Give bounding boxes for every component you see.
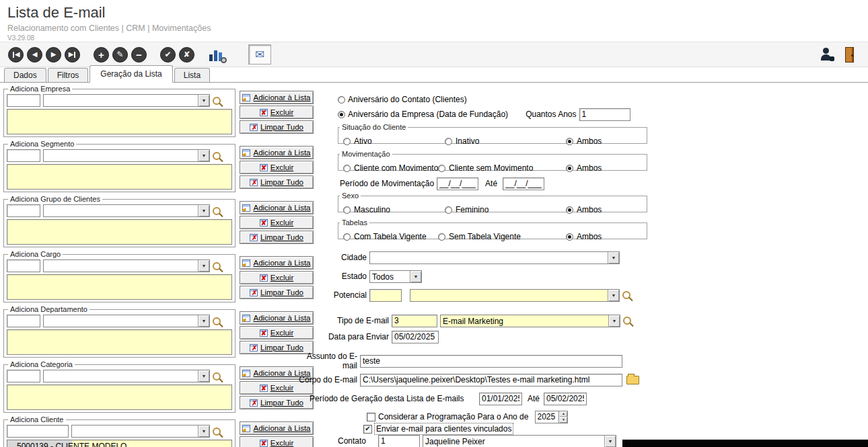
grupo-code-input[interactable] bbox=[7, 204, 40, 217]
radio-icon[interactable] bbox=[338, 96, 345, 104]
first-record-button[interactable]: ◀ bbox=[8, 47, 24, 63]
ano-spinner[interactable]: ▲ ▼ bbox=[535, 411, 568, 423]
periodo-mov-ate-input[interactable] bbox=[503, 177, 544, 190]
search-icon[interactable] bbox=[623, 317, 631, 325]
tabelas-com-option[interactable]: Com Tabela Vigente bbox=[343, 232, 427, 241]
cidade-combo[interactable]: ▼ bbox=[369, 251, 620, 264]
radio-icon[interactable] bbox=[445, 206, 452, 214]
radio-icon[interactable] bbox=[343, 233, 351, 241]
segmento-code-input[interactable] bbox=[7, 149, 40, 162]
chevron-down-icon[interactable]: ▼ bbox=[198, 370, 209, 382]
sexo-masculino-option[interactable]: Masculino bbox=[343, 205, 390, 214]
cliente-listbox[interactable]: 5000139 - CLIENTE MODELO bbox=[7, 440, 232, 447]
chevron-down-icon[interactable]: ▼ bbox=[198, 95, 209, 106]
contato-code-input[interactable] bbox=[378, 435, 420, 447]
segmento-listbox[interactable] bbox=[7, 164, 232, 190]
chevron-down-icon[interactable]: ▼ bbox=[410, 271, 421, 282]
send-email-button[interactable]: ✉ bbox=[248, 44, 271, 65]
situacao-ambos-option[interactable]: Ambos bbox=[566, 136, 602, 146]
corpo-input[interactable] bbox=[360, 374, 622, 387]
empresa-code-input[interactable] bbox=[7, 94, 40, 107]
segmento-combo[interactable]: ▼ bbox=[43, 149, 210, 162]
user-permissions-icon[interactable] bbox=[820, 48, 834, 61]
search-icon[interactable] bbox=[213, 97, 221, 105]
grupo-listbox[interactable] bbox=[7, 219, 232, 245]
chevron-down-icon[interactable]: ▼ bbox=[608, 252, 619, 263]
mov-sem-option[interactable]: Cliente sem Movimento bbox=[438, 163, 533, 173]
tabelas-sem-option[interactable]: Sem Tabela Vigente bbox=[438, 232, 521, 241]
chevron-down-icon[interactable]: ▼ bbox=[608, 290, 619, 301]
chevron-down-icon[interactable]: ▼ bbox=[198, 150, 209, 161]
radio-icon[interactable] bbox=[438, 165, 445, 172]
radio-icon[interactable] bbox=[566, 165, 573, 172]
tab-filtros[interactable]: Filtros bbox=[48, 68, 89, 82]
categoria-listbox[interactable] bbox=[7, 384, 232, 410]
tipo-email-combo[interactable]: E-mail Marketing ▼ bbox=[440, 315, 620, 327]
tab-geracao-da-lista[interactable]: Geração da Lista bbox=[89, 65, 172, 83]
spin-up-icon[interactable]: ▲ bbox=[559, 411, 567, 417]
contato-combo[interactable]: Jaqueline Peixer ▼ bbox=[423, 435, 616, 447]
periodo-geracao-de-input[interactable] bbox=[479, 393, 522, 405]
radio-icon[interactable] bbox=[343, 206, 351, 214]
tab-dados[interactable]: Dados bbox=[4, 68, 46, 82]
search-icon[interactable] bbox=[213, 262, 221, 270]
search-icon[interactable] bbox=[213, 207, 221, 215]
quantos-anos-input[interactable] bbox=[579, 108, 630, 121]
situacao-ativo-option[interactable]: Ativo bbox=[343, 136, 372, 146]
edit-record-button[interactable]: ✎ bbox=[112, 47, 128, 63]
search-icon[interactable] bbox=[213, 317, 221, 325]
open-folder-icon[interactable] bbox=[626, 376, 639, 384]
radio-icon[interactable] bbox=[338, 111, 345, 118]
cancel-button[interactable]: ✘ bbox=[179, 47, 194, 63]
remove-record-button[interactable]: − bbox=[131, 47, 147, 63]
spin-down-icon[interactable]: ▼ bbox=[559, 417, 567, 423]
cargo-code-input[interactable] bbox=[7, 259, 40, 272]
radio-icon[interactable] bbox=[343, 165, 351, 172]
sexo-ambos-option[interactable]: Ambos bbox=[566, 205, 602, 214]
mov-ambos-option[interactable]: Ambos bbox=[566, 163, 602, 173]
exit-door-icon[interactable] bbox=[845, 47, 856, 63]
search-icon[interactable] bbox=[622, 291, 630, 299]
radio-icon[interactable] bbox=[566, 233, 573, 241]
cliente-code-input[interactable] bbox=[7, 425, 69, 438]
empresa-combo[interactable]: ▼ bbox=[43, 94, 210, 107]
grupo-combo[interactable]: ▼ bbox=[43, 204, 210, 217]
chevron-down-icon[interactable]: ▼ bbox=[198, 260, 209, 272]
tab-lista[interactable]: Lista bbox=[174, 68, 210, 82]
checkbox-icon[interactable] bbox=[363, 425, 372, 434]
assunto-input[interactable] bbox=[360, 355, 622, 368]
departamento-code-input[interactable] bbox=[7, 315, 40, 327]
data-enviar-input[interactable] bbox=[392, 331, 439, 343]
mov-com-option[interactable]: Cliente com Movimento bbox=[343, 163, 438, 173]
potencial-combo[interactable]: ▼ bbox=[410, 289, 620, 302]
departamento-combo[interactable]: ▼ bbox=[43, 315, 210, 327]
chart-config-button[interactable] bbox=[208, 46, 225, 63]
empresa-listbox[interactable] bbox=[7, 109, 232, 134]
tabelas-ambos-option[interactable]: Ambos bbox=[566, 232, 602, 241]
add-record-button[interactable]: + bbox=[94, 47, 109, 63]
aniversario-contato-option[interactable]: Aniversário do Contato (Clientes) bbox=[338, 93, 467, 106]
estado-combo[interactable]: Todos ▼ bbox=[369, 270, 422, 283]
chevron-down-icon[interactable]: ▼ bbox=[198, 425, 209, 437]
last-record-button[interactable]: ▶ bbox=[65, 47, 80, 63]
ano-input[interactable] bbox=[536, 411, 558, 423]
departamento-listbox[interactable] bbox=[7, 329, 232, 355]
potencial-code-input[interactable] bbox=[369, 289, 402, 302]
confirm-button[interactable]: ✔ bbox=[160, 47, 176, 63]
previous-record-button[interactable]: ◀ bbox=[27, 47, 42, 63]
checkbox-icon[interactable] bbox=[367, 413, 375, 421]
periodo-mov-de-input[interactable] bbox=[437, 177, 478, 190]
search-icon[interactable] bbox=[213, 428, 221, 436]
chevron-down-icon[interactable]: ▼ bbox=[604, 436, 616, 447]
radio-icon[interactable] bbox=[566, 206, 573, 214]
cargo-combo[interactable]: ▼ bbox=[43, 259, 210, 272]
categoria-combo[interactable]: ▼ bbox=[43, 370, 210, 382]
radio-icon[interactable] bbox=[343, 138, 351, 145]
chevron-down-icon[interactable]: ▼ bbox=[198, 315, 209, 327]
sexo-feminino-option[interactable]: Feminino bbox=[445, 205, 489, 214]
periodo-geracao-ate-input[interactable] bbox=[544, 393, 587, 405]
tipo-email-code-input[interactable] bbox=[392, 315, 437, 327]
chevron-down-icon[interactable]: ▼ bbox=[608, 315, 620, 327]
chevron-down-icon[interactable]: ▼ bbox=[198, 205, 209, 216]
radio-icon[interactable] bbox=[566, 138, 573, 145]
